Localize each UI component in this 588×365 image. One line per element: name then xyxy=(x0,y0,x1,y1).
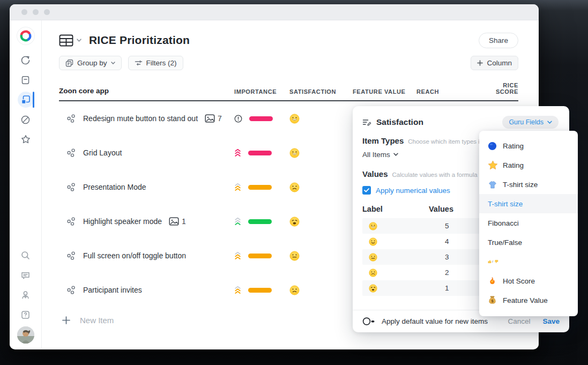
user-avatar[interactable] xyxy=(17,326,34,344)
column-header-reach[interactable]: REACH xyxy=(416,88,479,95)
importance-medium-icon xyxy=(234,286,241,294)
importance-medium-icon xyxy=(234,183,241,191)
satisfaction-cell[interactable] xyxy=(289,217,353,227)
thumbs-up-down-icon: / xyxy=(488,257,498,266)
table-header: Zoon core app IMPORTANCE SATISFACTION FE… xyxy=(59,82,518,101)
dropdown-item-hot-score[interactable]: Hot Score xyxy=(479,271,578,290)
importance-pill xyxy=(249,116,273,121)
column-header-importance[interactable]: IMPORTANCE xyxy=(234,88,289,95)
grin-emoji xyxy=(369,222,432,230)
importance-alert-icon xyxy=(234,115,242,123)
dropdown-item-fibonacci[interactable]: Fibonacci xyxy=(479,213,578,233)
share-button[interactable]: Share xyxy=(479,33,518,48)
values-help: Calculate values with a formula fie xyxy=(392,172,486,178)
feedback-icon[interactable] xyxy=(18,267,34,283)
plus-icon xyxy=(477,60,483,66)
row-title[interactable]: Grid Layout xyxy=(83,148,122,157)
add-column-button[interactable]: Column xyxy=(471,56,518,70)
help-icon[interactable] xyxy=(18,307,34,323)
sidebar-item-explore[interactable] xyxy=(18,111,34,128)
dropdown-item-rating[interactable]: Rating xyxy=(479,136,578,155)
weary-emoji xyxy=(369,284,432,293)
satisfaction-grin-emoji xyxy=(289,148,300,158)
attachment-badge[interactable]: 1 xyxy=(169,217,186,226)
item-cluster-icon xyxy=(66,182,76,192)
board-type-icon[interactable] xyxy=(59,34,81,47)
importance-cell[interactable] xyxy=(234,183,289,191)
page-title: RICE Prioritization xyxy=(89,34,190,47)
column-header-rice-score[interactable]: RICE SCORE xyxy=(479,82,518,95)
importance-cell[interactable] xyxy=(234,251,289,260)
dropdown-item-feature-value[interactable]: $ Feature Value xyxy=(479,290,578,310)
importance-pill xyxy=(248,185,272,190)
image-icon xyxy=(205,114,215,123)
dropdown-item-true-false[interactable]: True/False xyxy=(479,233,578,252)
satisfaction-frown-emoji xyxy=(289,182,300,192)
app-logo-icon[interactable] xyxy=(17,27,34,44)
group-by-icon xyxy=(65,59,73,67)
importance-cell[interactable] xyxy=(234,115,289,123)
row-title[interactable]: Presentation Mode xyxy=(83,183,146,191)
sidebar-item-boards[interactable] xyxy=(18,92,34,108)
filter-icon xyxy=(135,59,143,66)
dropdown-item-t-shirt-size[interactable]: T-shirt size xyxy=(479,175,578,194)
item-types-help: Choose which item types inc xyxy=(408,138,486,145)
satisfaction-cell[interactable] xyxy=(289,148,353,158)
window-control-dot[interactable] xyxy=(33,9,39,15)
dropdown-item-t-shirt-size[interactable]: T-shirt size xyxy=(479,194,578,213)
values-label: Values xyxy=(362,169,388,178)
satisfaction-grin-emoji xyxy=(289,114,300,124)
attachment-count: 7 xyxy=(218,114,222,123)
row-title[interactable]: Redesign mute button to stand out xyxy=(83,114,198,123)
sidebar xyxy=(10,20,42,349)
item-cluster-icon xyxy=(66,285,76,295)
window-control-dot[interactable] xyxy=(21,9,27,15)
sidebar-item-activity[interactable] xyxy=(18,52,34,68)
row-title[interactable]: Participant invites xyxy=(83,286,142,294)
satisfaction-cell[interactable] xyxy=(289,182,353,192)
chevron-down-icon xyxy=(111,62,115,64)
dropdown-item-rating[interactable]: Rating xyxy=(479,155,578,175)
sidebar-item-notes[interactable] xyxy=(18,72,34,88)
window-titlebar xyxy=(10,4,539,20)
search-icon[interactable] xyxy=(18,247,34,263)
attachment-badge[interactable]: 7 xyxy=(205,114,222,123)
satisfaction-cell[interactable] xyxy=(289,285,353,295)
item-cluster-icon xyxy=(66,217,76,226)
chevron-down-icon xyxy=(393,153,398,156)
item-types-label: Item Types xyxy=(362,136,404,145)
sidebar-item-favorites[interactable] xyxy=(18,131,34,147)
column-header-satisfaction[interactable]: SATISFACTION xyxy=(289,88,353,95)
satisfaction-cell[interactable] xyxy=(289,251,353,261)
row-title[interactable]: Highlight speaker mode xyxy=(83,217,162,226)
dropdown-item--[interactable]: / xyxy=(479,252,578,271)
filters-button[interactable]: Filters (2) xyxy=(128,56,183,70)
smile-emoji xyxy=(369,237,432,246)
money-bag-icon: $ xyxy=(488,295,498,305)
group-by-button[interactable]: Group by xyxy=(59,56,122,70)
label-column-header: Label xyxy=(362,205,429,213)
importance-low-icon xyxy=(234,217,241,226)
tshirt-icon xyxy=(488,180,498,189)
item-cluster-icon xyxy=(66,114,76,123)
importance-cell[interactable] xyxy=(234,217,289,226)
checkbox-checked-icon xyxy=(362,186,371,195)
window-control-dot[interactable] xyxy=(44,9,50,15)
satisfaction-frown-emoji xyxy=(289,285,300,295)
cancel-button[interactable]: Cancel xyxy=(508,317,530,325)
column-header-feature-value[interactable]: FEATURE VALUE xyxy=(353,88,416,95)
row-title[interactable]: Full screen on/off toggle button xyxy=(83,251,186,260)
importance-cell[interactable] xyxy=(234,148,289,157)
plus-icon xyxy=(62,316,70,324)
toggle-off-icon[interactable] xyxy=(362,317,376,326)
svg-text:/: / xyxy=(492,260,493,263)
group-label[interactable]: Zoon core app xyxy=(59,87,234,95)
guru-fields-button[interactable]: Guru Fields xyxy=(502,116,559,129)
satisfaction-cell[interactable] xyxy=(289,114,353,124)
field-type-dropdown: Rating Rating T-shirt size T-shirt size … xyxy=(479,131,578,316)
importance-pill xyxy=(248,219,272,224)
app-window: RICE Prioritization Share Group by Filte… xyxy=(10,4,539,349)
importance-cell[interactable] xyxy=(234,286,289,294)
invite-user-icon[interactable] xyxy=(18,287,34,303)
save-button[interactable]: Save xyxy=(542,317,560,325)
